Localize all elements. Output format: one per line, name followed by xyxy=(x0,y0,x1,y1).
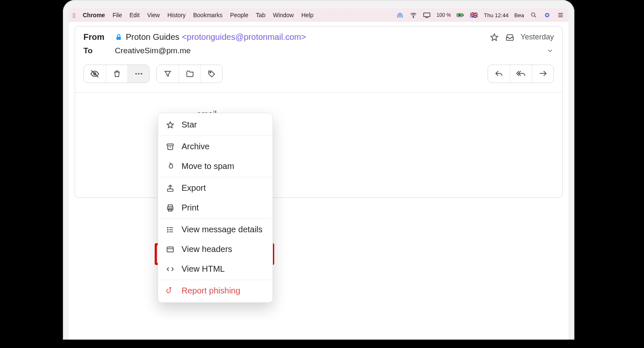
clock[interactable]: Thu 12:44 xyxy=(484,12,509,18)
dropdown-spam[interactable]: Move to spam xyxy=(158,156,273,176)
menu-edit[interactable]: Edit xyxy=(130,12,140,18)
menu-help[interactable]: Help xyxy=(301,12,314,18)
dropdown-view-details-label: View message details xyxy=(182,225,262,234)
from-label: From xyxy=(83,32,115,42)
sender-email[interactable]: <protonguides@protonmail.com> xyxy=(182,32,306,42)
dropdown-print-label: Print xyxy=(182,203,199,213)
filter-button[interactable] xyxy=(157,65,179,83)
svg-point-5 xyxy=(532,13,535,16)
header-right: Yesterday xyxy=(490,33,554,42)
dropdown-view-html-label: View HTML xyxy=(182,264,225,274)
menu-people[interactable]: People xyxy=(230,12,249,18)
app-name[interactable]: Chrome xyxy=(83,12,105,18)
toolbar-group-1 xyxy=(83,65,150,83)
more-actions-dropdown: Star Archive Move to spam Export xyxy=(158,113,273,303)
laptop-frame:  Chrome File Edit View History Bookmark… xyxy=(63,0,574,340)
export-icon xyxy=(166,184,175,192)
notification-center-icon[interactable] xyxy=(557,11,564,19)
input-flag-icon[interactable]: 🇬🇧 xyxy=(470,11,478,19)
malwarebytes-icon[interactable] xyxy=(396,11,404,19)
trash-button[interactable] xyxy=(106,65,127,83)
menu-file[interactable]: File xyxy=(112,12,122,18)
dropdown-report-phishing-label: Report phishing xyxy=(182,286,240,296)
dropdown-star-label: Star xyxy=(182,120,197,130)
star-outline-icon xyxy=(166,121,175,129)
archive-icon xyxy=(166,143,175,151)
svg-point-23 xyxy=(167,227,168,228)
svg-point-7 xyxy=(546,14,548,16)
to-label: To xyxy=(83,46,115,55)
spotlight-icon[interactable] xyxy=(530,11,538,19)
sender-name[interactable]: Proton Guides xyxy=(126,32,179,42)
dropdown-print[interactable]: Print xyxy=(158,198,273,218)
menu-view[interactable]: View xyxy=(147,12,160,18)
reply-all-button[interactable] xyxy=(510,65,532,83)
toolbar-group-reply xyxy=(488,65,554,83)
dropdown-star[interactable]: Star xyxy=(158,115,273,135)
expand-recipients-icon[interactable] xyxy=(546,47,554,55)
svg-rect-19 xyxy=(167,189,173,191)
dropdown-separator xyxy=(158,135,273,136)
dropdown-separator xyxy=(158,218,273,219)
svg-rect-4 xyxy=(463,14,464,16)
menubar-right: 100 % 🇬🇧 Thu 12:44 Bea xyxy=(396,11,564,19)
more-actions-button[interactable] xyxy=(127,65,149,83)
dropdown-archive-label: Archive xyxy=(182,142,210,151)
screen-mirror-icon[interactable] xyxy=(423,11,431,19)
toolbar-group-2 xyxy=(156,65,223,83)
svg-point-15 xyxy=(138,73,140,75)
to-row: To CreativeSim@pm.me xyxy=(83,46,554,55)
svg-point-17 xyxy=(210,72,211,73)
dropdown-view-details[interactable]: View message details xyxy=(158,220,273,239)
dropdown-view-headers-label: View headers xyxy=(182,244,232,254)
battery-icon[interactable] xyxy=(457,11,464,19)
menu-tab[interactable]: Tab xyxy=(256,12,265,18)
macos-menubar:  Chrome File Edit View History Bookmark… xyxy=(69,8,569,22)
svg-point-0 xyxy=(413,17,414,18)
code-icon xyxy=(166,265,175,273)
svg-point-31 xyxy=(170,287,171,288)
recipient[interactable]: CreativeSim@pm.me xyxy=(115,46,191,55)
battery-level: 100 % xyxy=(436,12,451,18)
svg-point-16 xyxy=(140,73,142,75)
fire-icon xyxy=(166,162,175,171)
svg-rect-11 xyxy=(117,36,121,40)
message-date: Yesterday xyxy=(521,33,554,42)
user-name[interactable]: Bea xyxy=(514,12,524,18)
email-body-visible: email. xyxy=(83,93,554,119)
forward-button[interactable] xyxy=(532,65,553,83)
dropdown-spam-label: Move to spam xyxy=(182,161,234,171)
screen:  Chrome File Edit View History Bookmark… xyxy=(69,8,569,340)
label-button[interactable] xyxy=(200,65,222,83)
svg-rect-1 xyxy=(424,13,430,17)
dropdown-separator xyxy=(158,177,273,177)
hook-icon xyxy=(166,287,175,295)
dropdown-view-headers[interactable]: View headers xyxy=(158,239,273,259)
menu-history[interactable]: History xyxy=(167,12,186,18)
from-row: From Proton Guides <protonguides@protonm… xyxy=(83,32,554,42)
move-to-folder-button[interactable] xyxy=(179,65,200,83)
print-icon xyxy=(166,204,175,212)
star-icon[interactable] xyxy=(490,33,499,42)
dropdown-view-html[interactable]: View HTML xyxy=(158,259,273,279)
menu-bookmarks[interactable]: Bookmarks xyxy=(193,12,223,18)
wifi-icon[interactable] xyxy=(410,11,417,19)
siri-icon[interactable] xyxy=(543,11,551,19)
svg-point-14 xyxy=(135,73,137,75)
reply-button[interactable] xyxy=(488,65,510,83)
dropdown-export[interactable]: Export xyxy=(158,178,273,198)
mark-unread-button[interactable] xyxy=(84,65,106,83)
headers-icon xyxy=(166,245,175,254)
mail-panel: From Proton Guides <protonguides@protonm… xyxy=(75,26,563,198)
dropdown-report-phishing[interactable]: Report phishing xyxy=(158,281,273,301)
dropdown-separator xyxy=(158,280,273,280)
svg-rect-29 xyxy=(167,247,174,252)
apple-menu-icon[interactable]:  xyxy=(73,12,75,19)
inbox-icon[interactable] xyxy=(505,33,515,42)
lock-icon xyxy=(115,34,122,41)
dropdown-archive[interactable]: Archive xyxy=(158,137,273,156)
svg-point-25 xyxy=(167,229,168,230)
list-icon xyxy=(166,226,175,234)
dropdown-export-label: Export xyxy=(182,183,206,193)
menu-window[interactable]: Window xyxy=(273,12,294,18)
